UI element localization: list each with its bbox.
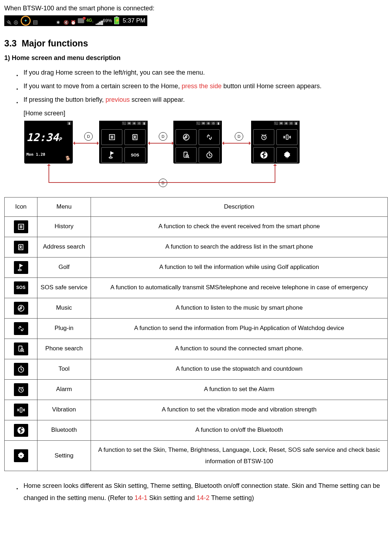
menu-desc: A function to sound the connected smart … xyxy=(91,339,388,359)
bullet-item: If you drag Home screen to the left/righ… xyxy=(24,66,388,79)
menu-desc: A function to set the Skin, Theme, Brigh… xyxy=(91,440,388,471)
menu-name: SOS safe service xyxy=(37,278,91,298)
signal-icon xyxy=(96,18,101,23)
drag-label: D xyxy=(159,132,167,141)
menu-desc: A function to on/off the Bluetooth xyxy=(91,420,388,440)
svg-line-21 xyxy=(261,135,263,135)
bullet-list-1: If you drag Home screen to the left/righ… xyxy=(4,66,388,120)
menu-name: Address search xyxy=(37,237,91,257)
svg-point-9 xyxy=(109,157,112,159)
bluetooth-icon xyxy=(56,18,61,23)
watch-menu-screen-3: 📞✉⊕⊙▮ xyxy=(251,121,300,164)
table-row: Bluetooth A function to on/off the Bluet… xyxy=(5,420,388,440)
drag-label: D xyxy=(84,132,93,141)
network-icon: 4G↕ xyxy=(86,17,93,24)
svg-line-46 xyxy=(21,390,22,390)
battery-icon xyxy=(114,17,119,24)
menu-desc: A function to listen to the music by sma… xyxy=(91,298,388,318)
table-row: Music A function to listen to the music … xyxy=(5,298,388,318)
alarm-icon xyxy=(14,383,28,396)
bullet-item: If you want to move from a certain scree… xyxy=(24,80,388,92)
menu-name: History xyxy=(37,216,91,237)
table-row: Plug-in A function to send the informati… xyxy=(5,318,388,339)
intro-text: When BTSW-100 and the smart phone is con… xyxy=(4,4,388,13)
plugin-icon xyxy=(14,322,28,335)
menu-name: Tool xyxy=(37,359,91,379)
drag-arrow xyxy=(223,143,250,144)
menu-desc: A function to use the stopwatch and coun… xyxy=(91,359,388,379)
table-row: Address search A function to search the … xyxy=(5,237,388,257)
golf-icon xyxy=(14,261,28,274)
svg-point-31 xyxy=(20,246,21,247)
dog-icon: 🐕 xyxy=(65,155,71,161)
svg-line-48 xyxy=(22,387,23,388)
target-icon xyxy=(14,18,19,23)
phone-search-icon xyxy=(14,342,28,355)
drag-arrow xyxy=(149,143,173,144)
watch-menu-screen-1: 📞✉⊕⊙▮ SOS xyxy=(99,121,148,164)
bluetooth-menu-icon xyxy=(253,147,274,163)
setting-icon xyxy=(276,147,297,163)
loop-arrow xyxy=(49,182,275,183)
vibration-icon xyxy=(14,404,28,416)
highlight-text: press the side xyxy=(182,82,222,90)
alarm-status-icon xyxy=(71,18,76,23)
clock-date: Mon 1.28 xyxy=(26,152,71,158)
watch-menu-screen-2: 📞✉⊕⊙▮ xyxy=(173,121,222,164)
menu-desc: A function to tell the information while… xyxy=(91,257,388,278)
status-time: 5:37 PM xyxy=(123,16,145,25)
svg-rect-49 xyxy=(20,408,22,412)
menu-name: Music xyxy=(37,298,91,318)
status-bar: 4G↕ 69% 5:37 PM xyxy=(4,15,147,26)
table-row: Alarm A function to set the Alarm xyxy=(5,379,388,400)
alarm-icon xyxy=(253,129,274,145)
svg-point-51 xyxy=(20,455,22,457)
table-header-row: Icon Menu Description xyxy=(5,198,388,216)
battery-percent: 69% xyxy=(103,17,112,24)
svg-point-35 xyxy=(18,269,21,271)
highlight-text: previous xyxy=(106,96,130,103)
history-icon xyxy=(14,220,28,233)
watchdog-icon xyxy=(21,16,31,26)
app-icon xyxy=(33,18,38,23)
menu-desc: A function to set the vibration mode and… xyxy=(91,400,388,420)
menu-name: Plug-in xyxy=(37,318,91,339)
golf-icon xyxy=(101,147,122,163)
svg-line-39 xyxy=(23,351,24,352)
table-row: Phone search A function to sound the con… xyxy=(5,339,388,359)
menu-desc: A function to search the address list in… xyxy=(91,237,388,257)
menu-desc: A function to send the information from … xyxy=(91,318,388,339)
highlight-text: 14-2 xyxy=(197,494,209,501)
col-menu: Menu xyxy=(37,198,91,216)
menu-name: Bluetooth xyxy=(37,420,91,440)
highlight-text: 14-1 xyxy=(134,494,147,501)
clock-time: 12:34P xyxy=(26,129,71,145)
table-row: History A function to check the event re… xyxy=(5,216,388,237)
address-search-icon xyxy=(124,129,146,145)
svg-line-20 xyxy=(264,138,265,138)
watch-home-screen: ▮ 12:34P Mon 1.28 🐕 xyxy=(24,121,73,164)
music-icon xyxy=(14,302,28,315)
svg-line-47 xyxy=(19,387,20,388)
history-icon xyxy=(101,129,122,145)
address-search-icon xyxy=(14,241,28,254)
drag-label: D xyxy=(159,179,167,187)
menu-name: Setting xyxy=(37,440,91,471)
vibration-icon xyxy=(276,129,297,145)
menu-name: Golf xyxy=(37,257,91,278)
message-icon xyxy=(78,18,84,23)
table-row: Setting A function to set the Skin, Them… xyxy=(5,440,388,471)
loop-arrow xyxy=(275,165,275,183)
drag-label: D xyxy=(235,132,243,141)
menu-desc: A function to automatically transmit SMS… xyxy=(91,278,388,298)
drag-arrow xyxy=(74,143,98,144)
svg-line-16 xyxy=(209,155,211,156)
table-row: Golf A function to tell the information … xyxy=(5,257,388,278)
bullet-list-2: Home screen looks different as Skin sett… xyxy=(4,480,388,504)
subsection-heading: 1) Home screen and menu description xyxy=(4,53,388,63)
bluetooth-menu-icon xyxy=(14,424,28,437)
svg-rect-23 xyxy=(286,135,288,140)
svg-point-5 xyxy=(134,136,136,138)
table-row: Vibration A function to set the vibratio… xyxy=(5,400,388,420)
sos-icon: SOS xyxy=(124,147,146,163)
